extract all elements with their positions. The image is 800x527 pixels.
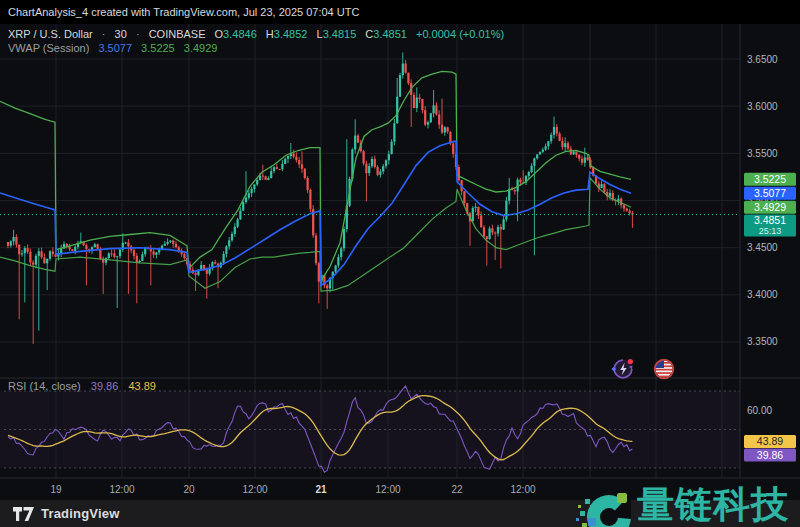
symbol-exchange: COINBASE: [149, 28, 206, 40]
watermark-logo-icon: [573, 485, 631, 527]
legend-separator: ·: [136, 28, 140, 40]
legend-separator: ·: [102, 28, 106, 40]
ohlc-open-value: 3.4846: [223, 28, 257, 40]
symbol-legend-row[interactable]: XRP / U.S. Dollar · 30 · COINBASE O3.484…: [8, 27, 504, 41]
watermark-brand-text: 量链科技: [637, 485, 789, 525]
svg-text:3.4851: 3.4851: [754, 214, 786, 226]
svg-text:3.5077: 3.5077: [754, 187, 786, 199]
tradingview-logo-icon[interactable]: [13, 507, 34, 521]
vwap-label: VWAP (Session): [8, 42, 89, 54]
svg-text:12:00: 12:00: [242, 484, 267, 495]
vwap-upper-value: 3.5225: [141, 42, 175, 54]
vwap-lower-value: 3.4929: [184, 42, 218, 54]
svg-text:3.3500: 3.3500: [747, 336, 778, 347]
vwap-legend-row[interactable]: VWAP (Session) 3.5077 3.5225 3.4929: [8, 41, 504, 55]
symbol-interval: 30: [115, 28, 127, 40]
chart-title-bar: ChartAnalysis_4 created with TradingView…: [0, 0, 800, 24]
vwap-line: [0, 141, 631, 285]
svg-text:43.89: 43.89: [757, 435, 783, 447]
svg-text:39.86: 39.86: [757, 449, 783, 461]
svg-text:3.6000: 3.6000: [747, 101, 778, 112]
rsi-legend-row[interactable]: RSI (14, close) 39.86 43.89: [8, 380, 156, 392]
rsi-value: 39.86: [91, 380, 119, 392]
svg-text:22: 22: [451, 484, 463, 495]
vwap-lower-band-line: [0, 178, 631, 291]
ohlc-high-value: 3.4852: [274, 28, 308, 40]
us-flag-event-icon[interactable]: [653, 358, 675, 380]
rsi-label: RSI (14, close): [8, 380, 81, 392]
ohlc-close-value: 3.4851: [373, 28, 407, 40]
svg-text:3.4929: 3.4929: [754, 201, 786, 213]
watermark: 量链科技 QFSP.NET: [573, 485, 789, 527]
svg-text:12:00: 12:00: [109, 484, 134, 495]
svg-text:20: 20: [183, 484, 195, 495]
ohlc-open-label: O: [215, 28, 224, 40]
svg-text:19: 19: [50, 484, 62, 495]
svg-text:3.5225: 3.5225: [754, 173, 786, 185]
svg-text:3.6500: 3.6500: [747, 54, 778, 65]
tradingview-brand-link[interactable]: TradingView: [41, 506, 120, 521]
tradingview-chart-window: ChartAnalysis_4 created with TradingView…: [0, 0, 800, 527]
svg-text:3.4000: 3.4000: [747, 289, 778, 300]
symbol-name: XRP / U.S. Dollar: [8, 28, 93, 40]
svg-text:21: 21: [315, 484, 327, 495]
ohlc-low-value: 3.4815: [323, 28, 357, 40]
chart-canvas[interactable]: 3.65003.60003.55003.50003.45003.40003.35…: [0, 24, 800, 500]
price-change: +0.0004 (+0.01%): [416, 28, 504, 40]
svg-text:12:00: 12:00: [375, 484, 400, 495]
svg-text:3.4500: 3.4500: [747, 242, 778, 253]
vwap-value: 3.5077: [98, 42, 132, 54]
ohlc-high-label: H: [266, 28, 274, 40]
main-legend[interactable]: XRP / U.S. Dollar · 30 · COINBASE O3.484…: [8, 27, 504, 55]
svg-text:12:00: 12:00: [510, 484, 535, 495]
chart-title: ChartAnalysis_4 created with TradingView…: [8, 6, 359, 18]
refresh-lightning-icon[interactable]: [610, 356, 636, 382]
rsi-ma-value: 43.89: [128, 380, 156, 392]
time-axis[interactable]: 1912:002012:002112:002212:00: [50, 484, 536, 495]
svg-text:3.5500: 3.5500: [747, 148, 778, 159]
price-axis-badges: 3.52253.50773.49293.485125:1343.8939.86: [744, 173, 796, 462]
svg-text:60.00: 60.00: [747, 405, 772, 416]
chart-area[interactable]: 3.65003.60003.55003.50003.45003.40003.35…: [0, 24, 800, 500]
bar-countdown: 25:13: [759, 226, 782, 236]
